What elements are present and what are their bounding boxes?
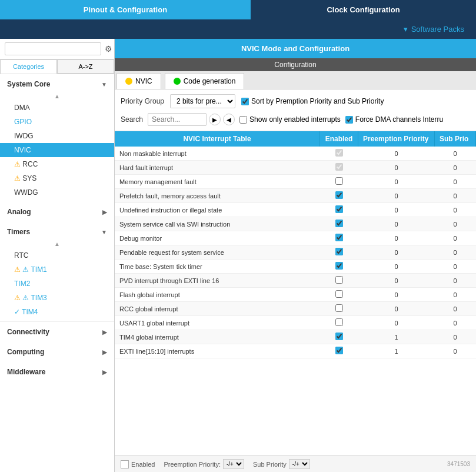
legend-sub-select[interactable]: -/+ bbox=[289, 459, 310, 469]
analog-header[interactable]: Analog ▶ bbox=[0, 204, 114, 220]
show-only-enabled-checkbox[interactable] bbox=[239, 116, 247, 124]
computing-label: Computing bbox=[7, 348, 44, 356]
tab-code-gen[interactable]: Code generation bbox=[165, 73, 245, 89]
interrupt-enabled-cell bbox=[320, 288, 358, 302]
legend-preemption-label: Preemption Priority: bbox=[164, 461, 221, 468]
sidebar-item-rcc[interactable]: RCC bbox=[0, 157, 114, 171]
interrupt-enabled-checkbox[interactable] bbox=[335, 333, 343, 340]
search-group: ▶ ◀ bbox=[148, 113, 235, 126]
interrupt-enabled-cell bbox=[320, 217, 358, 231]
sidebar-search-area: ⚙ bbox=[0, 39, 114, 59]
timers-section: Timers ▼ ▲ RTC ⚠ TIM1 TIM2 ⚠ TIM3 ✓ TIM4 bbox=[0, 222, 114, 321]
interrupt-sub: 0 bbox=[435, 203, 476, 217]
sort-checkbox-label: Sort by Premption Priority and Sub Prior… bbox=[241, 97, 384, 105]
tab-az[interactable]: A->Z bbox=[57, 59, 114, 74]
main-layout: ⚙ Categories A->Z System Core ▼ ▲ DMA GP… bbox=[0, 39, 476, 472]
pinout-config-label: Pinout & Configuration bbox=[84, 5, 167, 14]
interrupt-enabled-checkbox[interactable] bbox=[335, 318, 343, 326]
tab-nvic[interactable]: NVIC bbox=[116, 73, 161, 89]
interrupt-enabled-checkbox[interactable] bbox=[335, 276, 343, 284]
interrupt-enabled-checkbox[interactable] bbox=[335, 248, 343, 255]
scroll-up-btn[interactable]: ▲ bbox=[0, 92, 114, 101]
interrupt-name: Time base: System tick timer bbox=[115, 260, 320, 274]
sidebar-item-tim2[interactable]: TIM2 bbox=[0, 277, 114, 291]
interrupt-name: Pendable request for system service bbox=[115, 245, 320, 260]
tab-nvic-label: NVIC bbox=[135, 77, 152, 85]
legend-preemption: Preemption Priority: -/+ bbox=[164, 459, 244, 469]
interrupt-enabled-checkbox[interactable] bbox=[335, 234, 343, 241]
tab-categories[interactable]: Categories bbox=[0, 59, 57, 74]
middleware-header[interactable]: Middleware ▶ bbox=[0, 364, 114, 380]
sidebar-item-nvic[interactable]: NVIC bbox=[0, 143, 114, 157]
interrupt-enabled-checkbox[interactable] bbox=[335, 177, 343, 185]
table-row: System service call via SWI instruction0… bbox=[115, 217, 476, 231]
settings-icon[interactable]: ⚙ bbox=[105, 44, 112, 54]
table-row: Memory management fault00 bbox=[115, 175, 476, 189]
interrupt-preemption: 0 bbox=[358, 302, 435, 316]
priority-group-select[interactable]: 2 bits for pre... 0 bits for pre... 1 bi… bbox=[170, 94, 235, 108]
interrupt-enabled-checkbox[interactable] bbox=[335, 205, 343, 213]
interrupt-search-input[interactable] bbox=[148, 113, 207, 126]
force-dma-checkbox[interactable] bbox=[345, 116, 353, 124]
search-fwd-btn[interactable]: ▶ bbox=[209, 114, 221, 125]
interrupt-sub: 0 bbox=[435, 302, 476, 316]
legend-sub-label: Sub Priority bbox=[253, 461, 287, 468]
sidebar-item-sys[interactable]: SYS bbox=[0, 171, 114, 185]
sidebar-item-tim3[interactable]: ⚠ TIM3 bbox=[0, 291, 114, 305]
sidebar-item-dma[interactable]: DMA bbox=[0, 101, 114, 115]
interrupt-preemption: 0 bbox=[358, 274, 435, 288]
analog-section: Analog ▶ bbox=[0, 202, 114, 222]
interrupt-enabled-cell bbox=[320, 203, 358, 217]
system-core-label: System Core bbox=[7, 80, 50, 88]
connectivity-label: Connectivity bbox=[7, 328, 49, 336]
interrupt-enabled-checkbox[interactable] bbox=[335, 220, 343, 227]
interrupt-enabled-checkbox[interactable] bbox=[335, 262, 343, 270]
middleware-section: Middleware ▶ bbox=[0, 362, 114, 382]
legend-preemption-select[interactable]: -/+ bbox=[223, 459, 244, 469]
timers-scroll-up[interactable]: ▲ bbox=[0, 240, 114, 248]
search-label: Search bbox=[121, 115, 143, 124]
interrupt-name: RCC global interrupt bbox=[115, 302, 320, 316]
timers-header[interactable]: Timers ▼ bbox=[0, 224, 114, 240]
system-core-header[interactable]: System Core ▼ bbox=[0, 77, 114, 92]
table-row: Undefined instruction or illegal state00 bbox=[115, 203, 476, 217]
interrupt-sub: 0 bbox=[435, 245, 476, 260]
interrupt-enabled-checkbox[interactable] bbox=[335, 163, 343, 171]
system-core-arrow: ▼ bbox=[101, 81, 107, 88]
interrupt-preemption: 0 bbox=[358, 175, 435, 189]
col-sub: Sub Prio bbox=[435, 131, 476, 147]
sidebar-item-tim1[interactable]: ⚠ TIM1 bbox=[0, 262, 114, 277]
sort-checkbox[interactable] bbox=[241, 98, 249, 105]
config-label: Configuration bbox=[115, 58, 476, 71]
legend-enabled: Enabled bbox=[121, 460, 155, 468]
interrupt-sub: 0 bbox=[435, 189, 476, 203]
interrupt-enabled-checkbox[interactable] bbox=[335, 149, 343, 157]
pinout-config-tab[interactable]: Pinout & Configuration bbox=[0, 0, 251, 19]
interrupt-enabled-cell bbox=[320, 231, 358, 245]
connectivity-section: Connectivity ▶ bbox=[0, 321, 114, 342]
interrupt-name: USART1 global interrupt bbox=[115, 316, 320, 330]
sidebar-item-rtc[interactable]: RTC bbox=[0, 248, 114, 262]
analog-arrow: ▶ bbox=[102, 209, 107, 215]
interrupt-name: Memory management fault bbox=[115, 175, 320, 189]
search-bwd-btn[interactable]: ◀ bbox=[223, 114, 235, 125]
sidebar-item-gpio[interactable]: GPIO bbox=[0, 115, 114, 129]
col-enabled: Enabled bbox=[320, 131, 358, 147]
sidebar-item-iwdg[interactable]: IWDG bbox=[0, 129, 114, 143]
interrupt-enabled-checkbox[interactable] bbox=[335, 304, 343, 312]
clock-config-tab[interactable]: Clock Configuration bbox=[251, 0, 476, 19]
sidebar-search-input[interactable] bbox=[5, 42, 101, 55]
config-panel: Priority Group 2 bits for pre... 0 bits … bbox=[115, 89, 476, 131]
interrupt-enabled-checkbox[interactable] bbox=[335, 347, 343, 354]
content-area: NVIC Mode and Configuration Configuratio… bbox=[115, 39, 476, 472]
code-gen-tab-icon bbox=[174, 78, 181, 85]
interrupt-preemption: 0 bbox=[358, 316, 435, 330]
sidebar-item-wwdg[interactable]: WWDG bbox=[0, 185, 114, 200]
software-packs-bar[interactable]: ▾ Software Packs bbox=[0, 19, 476, 39]
connectivity-header[interactable]: Connectivity ▶ bbox=[0, 324, 114, 340]
sidebar-item-tim4[interactable]: ✓ TIM4 bbox=[0, 305, 114, 319]
interrupt-enabled-checkbox[interactable] bbox=[335, 290, 343, 298]
interrupt-enabled-checkbox[interactable] bbox=[335, 191, 343, 199]
computing-header[interactable]: Computing ▶ bbox=[0, 344, 114, 360]
sidebar: ⚙ Categories A->Z System Core ▼ ▲ DMA GP… bbox=[0, 39, 115, 472]
